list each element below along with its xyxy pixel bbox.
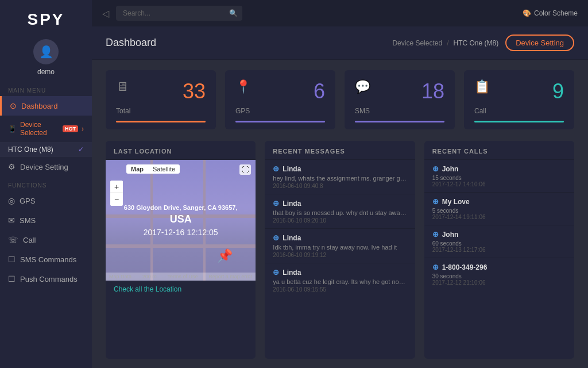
recent-messages-title: RECENT MESSAGES xyxy=(265,141,415,160)
sidebar: SPY 👤 demo MAIN MENU ⊙ Dashboard 📱 Devic… xyxy=(0,0,92,368)
msg-text: Idk tbh, imma try n stay away now. Ive h… xyxy=(273,244,407,251)
sidebar-item-device-selected[interactable]: 📱 Device Selected HOT › xyxy=(0,116,92,142)
contact-icon: ⊕ xyxy=(273,268,279,277)
map-datetime: 2017-12-16 12:12:05 xyxy=(144,228,218,237)
color-scheme-label: Color Scheme xyxy=(534,9,578,17)
device-setting-label: Device Setting xyxy=(20,163,68,171)
call-time: 2017-12-17 14:10:06 xyxy=(432,181,566,187)
call-time: 2017-12-13 12:17:06 xyxy=(432,247,566,253)
sidebar-item-call[interactable]: ☏ Call xyxy=(0,230,92,250)
call-duration: 60 seconds xyxy=(432,240,566,247)
map-expand-button[interactable]: ⛶ xyxy=(239,164,251,175)
map-footer-terms[interactable]: Terms of Use xyxy=(168,274,198,279)
call-item-2[interactable]: ⊕ John 60 seconds 2017-12-13 12:17:06 xyxy=(424,225,574,258)
message-item-2[interactable]: ⊕ Linda Idk tbh, imma try n stay away no… xyxy=(265,229,415,263)
stat-gps-label: GPS xyxy=(235,107,325,115)
contact-icon: ⊕ xyxy=(432,164,439,173)
app-logo: SPY xyxy=(0,0,92,34)
msg-time: 2016-06-10 09:19:12 xyxy=(273,252,407,258)
call-item-0[interactable]: ⊕ John 15 seconds 2017-12-17 14:10:06 xyxy=(424,160,574,193)
device-setting-button[interactable]: Device Setting xyxy=(505,34,574,51)
map-pin-icon: 📌 xyxy=(217,248,233,263)
sidebar-item-device-setting[interactable]: ⚙ Device Setting xyxy=(0,157,92,177)
gps-stat-icon: 📍 xyxy=(235,79,251,94)
contact-icon: ⊕ xyxy=(432,263,439,271)
stat-total-label: Total xyxy=(116,107,206,115)
msg-text: hey lind, whats the assignment ms. grang… xyxy=(273,175,407,182)
hot-badge: HOT xyxy=(63,125,78,132)
msg-text: that boy is so messed up. why dnt u stay… xyxy=(273,209,407,216)
recent-calls-panel: RECENT CALLS ⊕ John 15 seconds 2017-12-1… xyxy=(424,141,574,359)
stat-card-gps: 📍 6 GPS xyxy=(225,70,335,129)
map-footer-data: Map Data xyxy=(109,274,131,279)
sms-stat-icon: 💬 xyxy=(355,79,370,94)
page-title: Dashboard xyxy=(106,37,156,49)
call-time: 2017-12-14 19:11:06 xyxy=(432,214,566,220)
gps-label: GPS xyxy=(20,197,35,205)
stat-gps-value: 6 xyxy=(314,79,325,103)
map-footer-report[interactable]: Report a map error xyxy=(208,274,252,279)
call-duration: 5 seconds xyxy=(432,208,566,214)
sidebar-item-push-commands[interactable]: ☐ Push Commands xyxy=(0,269,92,289)
device-name-row: HTC One (M8) ✓ xyxy=(0,142,92,157)
message-item-1[interactable]: ⊕ Linda that boy is so messed up. why dn… xyxy=(265,194,415,229)
topbar: ◁ 🔍 🎨 Color Scheme xyxy=(92,0,588,26)
check-location-link[interactable]: Check all the Location xyxy=(106,281,256,298)
last-location-title: LAST LOCATION xyxy=(106,141,256,160)
msg-time: 2016-06-10 09:15:55 xyxy=(273,286,407,293)
contact-icon: ⊕ xyxy=(432,197,439,206)
call-item-3[interactable]: ⊕ 1-800-349-296 30 seconds 2017-12-12 21… xyxy=(424,258,574,290)
stat-sms-label: SMS xyxy=(355,107,444,115)
push-commands-icon: ☐ xyxy=(8,274,16,283)
call-item-1[interactable]: ⊕ My Love 5 seconds 2017-12-14 19:11:06 xyxy=(424,193,574,225)
checkmark-icon: ✓ xyxy=(78,145,84,154)
call-stat-icon: 📋 xyxy=(474,79,490,94)
map-footer: Map Data 200 m Terms of Use Report a map… xyxy=(106,273,256,281)
gear-icon: ⚙ xyxy=(8,162,16,171)
contact-icon: ⊕ xyxy=(273,164,279,173)
sidebar-item-sms-commands[interactable]: ☐ SMS Commands xyxy=(0,250,92,269)
message-item-3[interactable]: ⊕ Linda ya u betta cuz he legit cray. It… xyxy=(265,263,415,297)
search-input[interactable] xyxy=(116,6,242,21)
map-zoom-in[interactable]: + xyxy=(110,181,123,193)
message-item-0[interactable]: ⊕ Linda hey lind, whats the assignment m… xyxy=(265,160,415,194)
stat-call-bar xyxy=(474,121,564,122)
stat-gps-bar xyxy=(235,121,325,122)
avatar: 👤 xyxy=(33,39,59,64)
phone-icon: 📱 xyxy=(8,125,17,133)
stat-sms-bar xyxy=(355,121,444,122)
search-icon: 🔍 xyxy=(229,9,238,17)
bottom-grid: LAST LOCATION 630 Gloydon Drive, Sanger,… xyxy=(92,135,588,368)
map-zoom-out[interactable]: − xyxy=(110,193,123,206)
main-menu-label: MAIN MENU xyxy=(0,82,92,96)
map-tab-satellite[interactable]: Satellite xyxy=(148,164,180,174)
dashboard-icon: ⊙ xyxy=(10,101,17,110)
call-time: 2017-12-12 21:10:06 xyxy=(432,279,566,286)
color-scheme-button[interactable]: 🎨 Color Scheme xyxy=(523,9,578,17)
stat-total-value: 33 xyxy=(183,79,206,103)
breadcrumb-separator: / xyxy=(447,39,448,47)
search-wrap: 🔍 xyxy=(116,6,242,21)
back-button[interactable]: ◁ xyxy=(102,8,109,19)
call-contact-name: My Love xyxy=(442,198,470,206)
device-selected-label: Device Selected xyxy=(20,121,59,137)
stat-card-call: 📋 9 Call xyxy=(464,70,574,129)
msg-contact-name: Linda xyxy=(283,165,301,173)
page-header: Dashboard Device Selected / HTC One (M8)… xyxy=(92,26,588,60)
sms-icon: ✉ xyxy=(8,216,15,225)
sidebar-item-gps[interactable]: ◎ GPS xyxy=(0,191,92,210)
map-tab-map[interactable]: Map xyxy=(126,164,148,174)
map-zoom-controls: + − xyxy=(110,181,123,206)
msg-time: 2016-06-10 09:40:8 xyxy=(273,183,407,189)
contact-icon: ⊕ xyxy=(432,230,439,239)
stat-card-total: 🖥 33 Total xyxy=(106,70,216,129)
map-tab-row: Map Satellite xyxy=(126,164,180,174)
sidebar-item-sms[interactable]: ✉ SMS xyxy=(0,210,92,230)
sidebar-username: demo xyxy=(37,68,55,76)
user-avatar-section: 👤 demo xyxy=(0,34,92,82)
breadcrumb-current: HTC One (M8) xyxy=(453,39,498,47)
call-duration: 15 seconds xyxy=(432,175,566,181)
sidebar-item-dashboard[interactable]: ⊙ Dashboard xyxy=(0,96,92,116)
map-overlay: 630 Gloydon Drive, Sanger, CA 93657, USA… xyxy=(106,160,256,281)
msg-contact-name: Linda xyxy=(283,234,301,242)
